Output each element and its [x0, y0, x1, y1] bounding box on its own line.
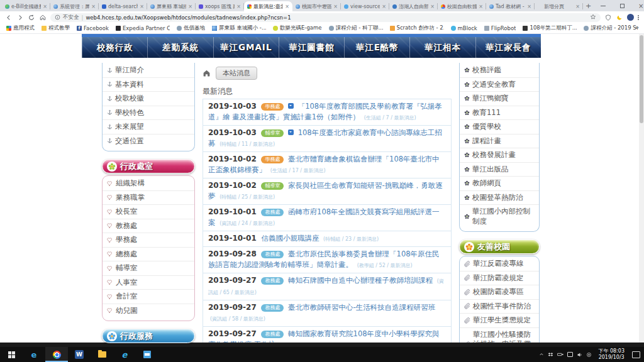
- forward-icon[interactable]: [16, 14, 24, 21]
- tray-chevron-icon[interactable]: [539, 352, 544, 357]
- breadcrumb-badge[interactable]: 本站消息: [216, 67, 257, 80]
- sidebar-item[interactable]: 校長室: [103, 205, 194, 219]
- sidebar-item[interactable]: 教師網頁: [460, 177, 539, 191]
- bookmark-item[interactable]: 屏東縣 車城國小 -...: [212, 25, 266, 32]
- taskbar-app-button[interactable]: [136, 347, 158, 362]
- tab-close-icon[interactable]: ×: [236, 4, 241, 9]
- sidebar-item[interactable]: 校園登革熱防治: [460, 191, 539, 206]
- tab-close-icon[interactable]: ×: [91, 4, 96, 9]
- usb-tray-icon[interactable]: [557, 352, 564, 357]
- browser-scrollbar[interactable]: [639, 34, 644, 343]
- sidebar-item[interactable]: 會計室: [103, 290, 194, 304]
- shield-extension-icon[interactable]: [604, 14, 612, 21]
- sidebar-item[interactable]: 人事室: [103, 276, 194, 290]
- network-tray-icon[interactable]: [567, 352, 573, 357]
- sidebar-item[interactable]: 未來展望: [103, 120, 194, 134]
- bookmark-item[interactable]: 低價基地: [177, 25, 205, 32]
- taskbar-app-button[interactable]: [0, 347, 23, 362]
- tab-close-icon[interactable]: ×: [140, 4, 144, 9]
- chrome-menu-icon[interactable]: [638, 15, 639, 20]
- browser-tab[interactable]: view-source: ×: [341, 1, 389, 11]
- news-row[interactable]: 2019-10-02 輔導室 家長與社區生命教育知能研習-挑戰巔峰，勇敢逐夢 (…: [203, 178, 452, 205]
- taskbar-app-button[interactable]: e: [23, 347, 45, 362]
- home-icon[interactable]: [39, 14, 47, 21]
- sidebar-item[interactable]: 教務處: [103, 219, 194, 234]
- browser-tab[interactable]: xoops 區塊 副 ×: [196, 1, 244, 11]
- site-nav-item[interactable]: 華江GMAIL: [213, 37, 279, 58]
- taskbar-app-button[interactable]: W: [68, 347, 91, 362]
- site-nav-item[interactable]: 華江圖書館: [279, 37, 344, 58]
- taskbar-app-button[interactable]: e: [113, 347, 136, 362]
- sidebar-item[interactable]: 課程計畫: [460, 134, 539, 149]
- maximize-button[interactable]: [613, 0, 631, 11]
- news-row[interactable]: 2019-09-28 教務處 臺北市原住民族事務委員會辦理「108年原住民族語言…: [203, 246, 452, 273]
- site-nav-item[interactable]: 差勤系統: [147, 37, 213, 58]
- browser-tab[interactable]: Tad 教材網 - ×: [486, 1, 535, 11]
- bookmark-item[interactable]: 歡樂光碼E-game: [273, 25, 322, 32]
- browser-tab[interactable]: 桃園市中壢區 ×: [292, 1, 341, 11]
- browser-tab[interactable]: 校園自由軟體 ×: [438, 1, 486, 11]
- sidebar-item[interactable]: 華江防霸凌規定: [460, 272, 539, 286]
- tab-close-icon[interactable]: ×: [575, 4, 580, 9]
- news-title-link[interactable]: 轉知石牌國中自造中心辦理種子教師培訓課程: [288, 276, 433, 285]
- news-row[interactable]: 2019-10-03 輔導室 108年度臺北市家庭教育中心諮詢專線志工招募 (特…: [203, 125, 452, 152]
- section-header-admin-services[interactable]: 行政服務: [102, 329, 195, 343]
- tab-close-icon[interactable]: ×: [479, 4, 483, 9]
- sidebar-item[interactable]: 交通位置: [103, 134, 194, 148]
- tab-close-icon[interactable]: ×: [285, 4, 289, 9]
- news-row[interactable]: 2019-09-27 教務處 臺北市教師研習中心-生活科技自造課程研習班 (資訊…: [203, 300, 452, 327]
- sidebar-item[interactable]: 校園防霸凌專區: [460, 285, 539, 300]
- site-nav-item[interactable]: 華江家長會: [475, 37, 541, 58]
- sidebar-item[interactable]: 華江出版品: [460, 163, 539, 177]
- scrollbar-thumb[interactable]: [640, 35, 643, 123]
- sidebar-item[interactable]: 基本資料: [103, 78, 194, 92]
- bookmark-item[interactable]: f Facebook: [77, 25, 109, 31]
- minimize-button[interactable]: [594, 0, 613, 11]
- profile-avatar[interactable]: [627, 14, 634, 21]
- sidebar-item[interactable]: 華江學生獎懲規定: [460, 314, 539, 328]
- news-title-link[interactable]: 信義國小親職講座: [261, 234, 319, 243]
- sidebar-item[interactable]: 校務評鑑: [460, 63, 539, 78]
- sidebar-item[interactable]: 華江反霸凌專線: [460, 257, 539, 272]
- bookmark-item[interactable]: FlipRobot: [484, 25, 516, 31]
- news-row[interactable]: 2019-10-03 學務處 「108年度教育部國民及學前教育署『弘揚孝道』繪 …: [203, 99, 452, 126]
- sidebar-item[interactable]: 組織架構: [103, 177, 194, 191]
- home-breadcrumb-icon[interactable]: [203, 69, 211, 77]
- news-row[interactable]: 2019-10-02 學務處 臺北市體育總會象棋協會辦理「108年臺北市中正盃象…: [203, 151, 452, 178]
- bookmark-item[interactable]: Scratch 創作坊 - 2...: [390, 25, 444, 32]
- bookmark-star-icon[interactable]: [590, 14, 596, 21]
- info-icon[interactable]: [55, 14, 60, 20]
- tab-close-icon[interactable]: ×: [188, 4, 192, 9]
- section-header-admin-offices[interactable]: 行政處室: [102, 159, 195, 173]
- sidebar-item[interactable]: 校務發展計畫: [460, 148, 539, 163]
- site-nav-item[interactable]: 華江相本: [409, 37, 475, 58]
- browser-tab[interactable]: e-Bill全國繳費 ×: [2, 1, 50, 11]
- address-bar[interactable]: 不安全 | web4.hces.tp.edu.tw/Xoopsweb/htdoc…: [50, 13, 601, 22]
- browser-tab[interactable]: 最新消息:臺北 ×: [244, 1, 292, 11]
- sidebar-item[interactable]: 總務處: [103, 248, 194, 262]
- sidebar-item[interactable]: 業務職掌: [103, 191, 194, 206]
- bookmark-item[interactable]: 108年第二期科丁...: [523, 25, 577, 32]
- dropbox-tray-icon[interactable]: [548, 352, 553, 358]
- site-nav-item[interactable]: 華江E酷幣: [344, 37, 409, 58]
- bookmarks-overflow-chevron[interactable]: »: [635, 24, 639, 31]
- bookmark-item[interactable]: Expedia Partner C...: [116, 25, 170, 31]
- close-button[interactable]: ×: [631, 0, 644, 11]
- browser-tab[interactable]: delta-search ×: [99, 1, 147, 11]
- new-tab-button[interactable]: +: [586, 2, 591, 11]
- taskbar-app-button[interactable]: [91, 347, 113, 362]
- news-row[interactable]: 2019-10-01 信義國小親職講座 (特輔組 / 23 / 最新消息): [203, 231, 452, 247]
- sidebar-item[interactable]: 華江國小內部控制制度: [460, 205, 539, 228]
- sidebar-item[interactable]: 學校特色: [103, 106, 194, 121]
- sidebar-item[interactable]: 校園性平事件防治: [460, 300, 539, 314]
- news-title-link[interactable]: 臺北市教師研習中心-生活科技自造課程研習班: [288, 303, 435, 312]
- tab-close-icon[interactable]: ×: [430, 4, 435, 9]
- site-nav-item[interactable]: 校務行政: [82, 37, 147, 58]
- sidebar-item[interactable]: 華江鴨鄉寶: [460, 92, 539, 106]
- action-center-icon[interactable]: [632, 351, 640, 358]
- tab-close-icon[interactable]: ×: [333, 4, 338, 9]
- section-header-friendly-campus[interactable]: 友善校園: [459, 239, 540, 254]
- bookmark-item[interactable]: 應用程式: [6, 25, 35, 32]
- browser-tab[interactable]: 澎湖人自由部 ×: [389, 1, 438, 11]
- sidebar-item[interactable]: 輔導室: [103, 261, 194, 276]
